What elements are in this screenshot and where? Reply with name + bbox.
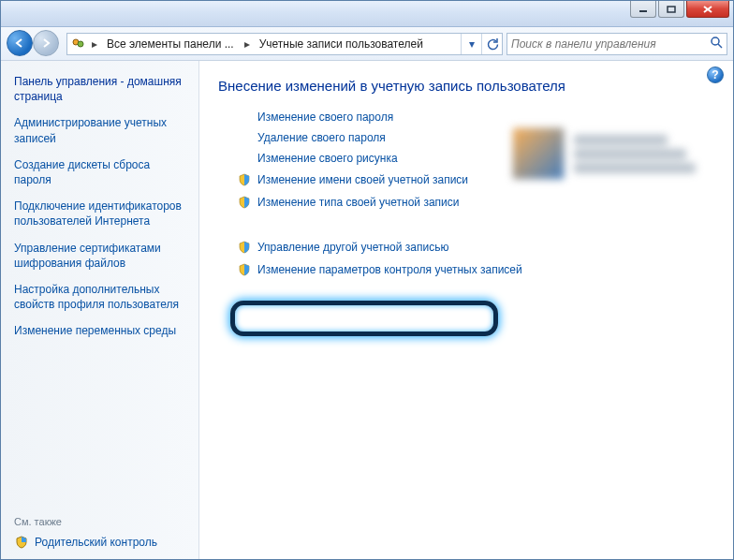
- account-option-link[interactable]: Изменение имени своей учетной записи: [257, 173, 468, 186]
- chevron-right-icon: ▸: [241, 37, 254, 51]
- svg-rect-1: [668, 7, 675, 12]
- search-input[interactable]: [511, 37, 710, 51]
- search-icon[interactable]: [710, 36, 723, 52]
- sidebar-link[interactable]: Управление сертификатами шифрования файл…: [14, 241, 187, 271]
- refresh-button[interactable]: [481, 34, 502, 54]
- svg-point-6: [712, 37, 719, 45]
- parental-control-link[interactable]: Родительский контроль: [14, 535, 187, 550]
- chevron-right-icon: ▸: [88, 37, 101, 51]
- user-accounts-icon: [67, 34, 88, 54]
- account-option-link[interactable]: Изменение типа своей учетной записи: [257, 196, 459, 209]
- nav-forward-button: [33, 30, 59, 56]
- account-picture: [512, 127, 565, 180]
- account-option-link[interactable]: Изменение своего пароля: [257, 111, 393, 124]
- breadcrumb-segment[interactable]: Все элементы панели ...: [101, 34, 241, 54]
- nav-back-button[interactable]: [7, 30, 33, 56]
- shield-icon: [14, 535, 29, 550]
- shield-icon: [237, 172, 252, 187]
- page-title: Внесение изменений в учетную запись поль…: [218, 78, 711, 94]
- close-button[interactable]: [686, 1, 729, 18]
- account-option-link[interactable]: Изменение своего рисунка: [257, 152, 398, 165]
- sidebar-home-link[interactable]: Панель управления - домашняя страница: [14, 74, 187, 104]
- maximize-button[interactable]: [658, 1, 684, 18]
- sidebar-link[interactable]: Изменение переменных среды: [14, 323, 187, 338]
- see-also-label: См. также: [14, 516, 187, 527]
- account-option-link[interactable]: Изменение параметров контроля учетных за…: [257, 263, 522, 276]
- svg-point-5: [78, 41, 83, 47]
- account-option-link[interactable]: Управление другой учетной записью: [257, 241, 448, 254]
- sidebar-link[interactable]: Администрирование учетных записей: [14, 115, 187, 145]
- sidebar-link[interactable]: Подключение идентификаторов пользователе…: [14, 199, 187, 228]
- svg-line-7: [718, 44, 722, 48]
- shield-icon: [237, 195, 252, 210]
- titlebar: [1, 1, 733, 27]
- breadcrumb-dropdown-button[interactable]: ▾: [461, 34, 481, 54]
- breadcrumb[interactable]: ▸ Все элементы панели ... ▸ Учетные запи…: [66, 33, 503, 55]
- sidebar-link[interactable]: Настройка дополнительных свойств профиля…: [14, 282, 187, 312]
- sidebar-link[interactable]: Создание дискеты сброса пароля: [14, 157, 187, 187]
- account-option-link[interactable]: Удаление своего пароля: [257, 131, 386, 144]
- help-icon[interactable]: ?: [707, 66, 724, 83]
- breadcrumb-segment[interactable]: Учетные записи пользователей: [254, 34, 430, 54]
- search-box[interactable]: [506, 33, 727, 55]
- shield-icon: [237, 262, 252, 277]
- minimize-button[interactable]: [630, 1, 656, 18]
- parental-control-label: Родительский контроль: [35, 536, 157, 549]
- account-preview-card: [512, 117, 709, 190]
- shield-icon: [237, 240, 252, 255]
